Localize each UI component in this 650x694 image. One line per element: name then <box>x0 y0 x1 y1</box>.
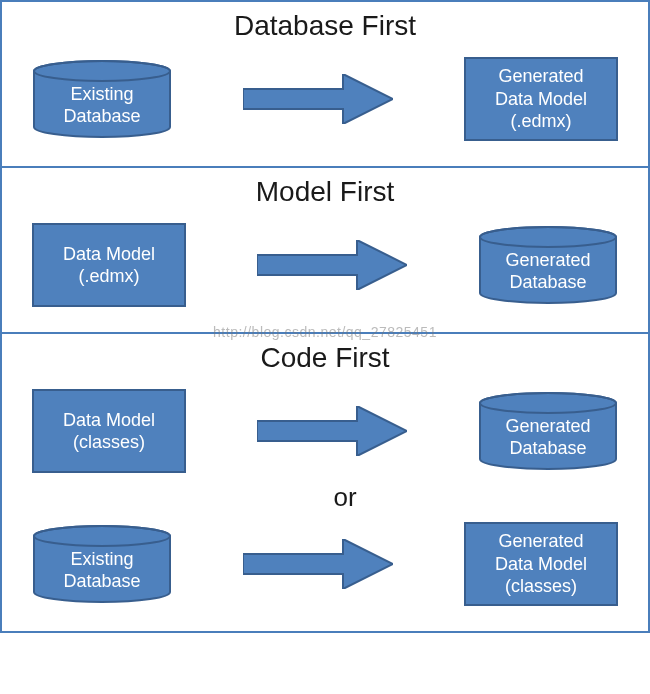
cylinder-label: ExistingDatabase <box>63 536 140 593</box>
arrow-right-icon <box>257 406 407 456</box>
flow-row-1: Data Model(classes) GeneratedDatabase <box>22 384 628 478</box>
svg-marker-3 <box>257 240 407 290</box>
rect-label: GeneratedData Model(classes) <box>495 530 587 598</box>
data-model-classes-rect: Data Model(classes) <box>32 389 186 473</box>
rect-label: Data Model(classes) <box>63 409 155 454</box>
cylinder-label: GeneratedDatabase <box>505 237 590 294</box>
watermark-text: http://blog.csdn.net/qq_27825451 <box>2 324 648 340</box>
existing-database-cylinder: ExistingDatabase <box>32 59 172 139</box>
generated-database-cylinder: GeneratedDatabase <box>478 391 618 471</box>
cylinder-label: GeneratedDatabase <box>505 403 590 460</box>
arrow-right-icon <box>243 539 393 589</box>
arrow <box>172 539 464 589</box>
arrow-right-icon <box>243 74 393 124</box>
existing-database-cylinder: ExistingDatabase <box>32 524 172 604</box>
panel-database-first: Database First ExistingDatabase Generate… <box>0 0 650 168</box>
or-label: or <box>62 478 628 517</box>
generated-database-cylinder: GeneratedDatabase <box>478 225 618 305</box>
svg-marker-11 <box>243 539 393 589</box>
cylinder-label: ExistingDatabase <box>63 71 140 128</box>
rect-label: Data Model(.edmx) <box>63 243 155 288</box>
arrow <box>186 240 478 290</box>
panel-title: Database First <box>22 10 628 42</box>
generated-data-model-classes-rect: GeneratedData Model(classes) <box>464 522 618 606</box>
flow-row: ExistingDatabase GeneratedData Model(.ed… <box>22 52 628 146</box>
arrow <box>172 74 464 124</box>
panel-title: Code First <box>22 342 628 374</box>
arrow-right-icon <box>257 240 407 290</box>
rect-label: GeneratedData Model(.edmx) <box>495 65 587 133</box>
data-model-rect: Data Model(.edmx) <box>32 223 186 307</box>
arrow <box>186 406 478 456</box>
svg-marker-6 <box>257 406 407 456</box>
panel-model-first: Model First Data Model(.edmx) GeneratedD… <box>0 168 650 334</box>
flow-row-2: ExistingDatabase GeneratedData Model(cla… <box>22 517 628 611</box>
panel-code-first: http://blog.csdn.net/qq_27825451 Code Fi… <box>0 334 650 633</box>
flow-row: Data Model(.edmx) GeneratedDatabase <box>22 218 628 312</box>
svg-marker-2 <box>243 74 393 124</box>
generated-data-model-rect: GeneratedData Model(.edmx) <box>464 57 618 141</box>
panel-title: Model First <box>22 176 628 208</box>
